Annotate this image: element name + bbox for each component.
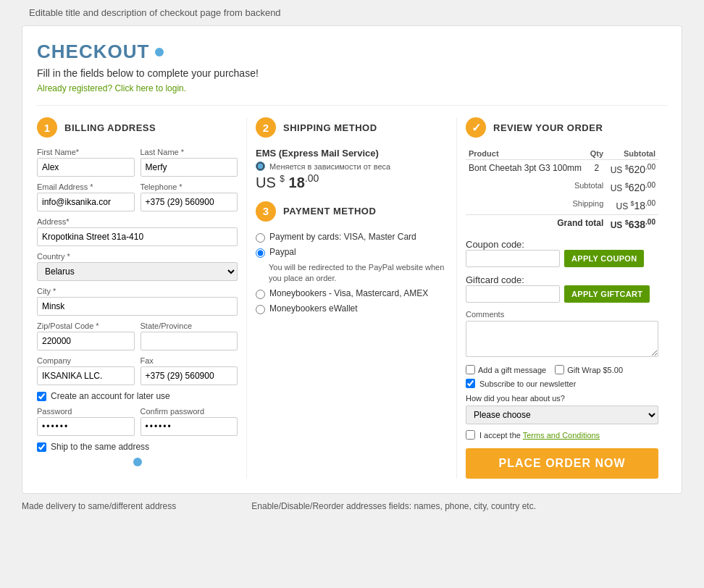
giftcard-label: Giftcard code:	[466, 274, 524, 285]
city-label: City *	[37, 287, 238, 295]
checkout-subtitle: Fill in the fields below to complete you…	[37, 67, 667, 79]
gift-wrap-label: Gift Wrap $5.00	[567, 366, 623, 374]
shipping-label: Shipping	[466, 196, 606, 215]
password-input[interactable]	[37, 417, 135, 436]
subscribe-row: Subscribe to our newsletter	[466, 379, 658, 388]
coupon-input[interactable]	[466, 250, 560, 267]
address-group: Address*	[37, 217, 238, 246]
bottom-annotation-right: Enable/Disable/Reorder addresses fields:…	[251, 501, 682, 511]
terms-row: I accept the Terms and Conditions	[466, 430, 658, 440]
terms-checkbox[interactable]	[466, 430, 475, 440]
review-header: ✓ REVIEW YOUR ORDER	[466, 117, 658, 138]
first-name-input[interactable]	[37, 158, 135, 177]
address-label: Address*	[37, 217, 238, 226]
last-name-group: Last Name *	[141, 148, 238, 177]
last-name-input[interactable]	[141, 158, 238, 177]
country-select[interactable]: Belarus	[37, 262, 238, 281]
shipping-column: 2 SHIPPING METHOD EMS (Express Mail Serv…	[247, 117, 457, 479]
comments-label: Comments	[466, 310, 658, 319]
zip-state-row: Zip/Postal Code * State/Province	[37, 322, 238, 350]
giftcard-input[interactable]	[466, 285, 560, 303]
payment-option-mb-visa: Moneybookers - Visa, Mastercard, AMEX	[256, 288, 448, 299]
shipping-note: Меняется в зависимости от веса	[269, 162, 390, 171]
confirm-password-input[interactable]	[141, 417, 238, 436]
item-price: US $620.00	[606, 160, 658, 179]
fax-input[interactable]	[141, 366, 238, 385]
gift-wrap-checkbox[interactable]	[555, 365, 564, 374]
payment-option-visa: Payment by cards: VISA, Master Card	[256, 232, 448, 243]
shipping-currency: US $	[256, 175, 285, 190]
col-subtotal: Subtotal	[606, 148, 658, 160]
payment-radio-visa[interactable]	[256, 233, 265, 243]
payment-label-mb-visa: Moneybookers - Visa, Mastercard, AMEX	[269, 288, 428, 298]
billing-column: 1 BILLING ADDRESS First Name* Last Name …	[37, 117, 247, 479]
payment-option-paypal: Paypal	[256, 247, 448, 258]
col-qty: Qty	[587, 148, 606, 160]
gift-wrap-item: Gift Wrap $5.00	[555, 365, 623, 374]
terms-text: I accept the Terms and Conditions	[479, 431, 600, 440]
shipping-header: 2 SHIPPING METHOD	[256, 117, 448, 138]
ship-same-row: Ship to the same address	[37, 442, 238, 452]
zip-label: Zip/Postal Code *	[37, 322, 135, 330]
payment-title: PAYMENT METHOD	[283, 206, 376, 217]
phone-label: Telephone *	[141, 182, 238, 191]
ship-same-checkbox[interactable]	[37, 442, 46, 452]
login-text: Already registered? Click here to login.	[37, 83, 186, 93]
subtotal-value: US $620.00	[606, 178, 658, 196]
state-input[interactable]	[141, 332, 238, 350]
shipping-title: SHIPPING METHOD	[283, 122, 377, 133]
payment-radio-paypal[interactable]	[256, 248, 265, 258]
email-label: Email Address *	[37, 182, 135, 191]
payment-step-number: 3	[256, 201, 276, 222]
phone-input[interactable]	[141, 193, 238, 211]
apply-coupon-button[interactable]: APPLY COUPON	[564, 250, 644, 267]
payment-radio-mb-visa[interactable]	[256, 290, 265, 299]
gift-message-item: Add a gift message	[466, 365, 546, 374]
billing-step-number: 1	[37, 117, 57, 138]
top-annotation: Editable title and description of checko…	[14, 7, 690, 18]
payment-option-mb-ewallet: Moneybookers eWallet	[256, 303, 448, 314]
shipping-radio[interactable]	[256, 161, 265, 171]
gift-message-checkbox[interactable]	[466, 365, 475, 374]
hear-about-select[interactable]: Please choose Google Facebook Friend	[466, 406, 658, 424]
name-row: First Name* Last Name *	[37, 148, 238, 177]
company-label: Company	[37, 356, 135, 365]
subtotal-label: Subtotal	[466, 178, 606, 196]
password-group: Password	[37, 407, 135, 436]
company-fax-row: Company Fax	[37, 356, 238, 385]
col-product: Product	[466, 148, 587, 160]
shipping-service-name: EMS (Express Mail Service)	[256, 148, 448, 159]
shipping-price: US $ 18.00	[256, 172, 448, 191]
login-link[interactable]: Already registered? Click here to login.	[37, 83, 667, 93]
giftcard-group: Giftcard code: APPLY GIFTCART	[466, 274, 658, 303]
review-title: REVIEW YOUR ORDER	[493, 122, 603, 133]
ship-same-label: Ship to the same address	[51, 442, 149, 452]
shipping-price-whole: 18	[289, 175, 305, 190]
paypal-note: You will be redirected to the PayPal web…	[269, 262, 448, 285]
city-group: City *	[37, 287, 238, 316]
address-input[interactable]	[37, 227, 238, 246]
create-account-row: Create an account for later use	[37, 391, 238, 401]
comments-textarea[interactable]	[466, 321, 658, 357]
city-input[interactable]	[37, 297, 238, 316]
terms-link[interactable]: Terms and Conditions	[523, 431, 600, 440]
place-order-button[interactable]: PLACE ORDER NOW	[466, 448, 658, 479]
grand-total-label: Grand total	[466, 215, 606, 234]
subscribe-checkbox[interactable]	[466, 379, 475, 388]
annotation-text: Editable title and description of checko…	[29, 7, 281, 18]
review-column: ✓ REVIEW YOUR ORDER Product Qty Subtotal	[457, 117, 667, 479]
title-row: CHECKOUT	[37, 41, 667, 63]
payment-radio-mb-ewallet[interactable]	[256, 305, 265, 314]
create-account-checkbox[interactable]	[37, 392, 46, 401]
apply-giftcard-button[interactable]: APPLY GIFTCART	[564, 285, 650, 303]
payment-label-mb-ewallet: Moneybookers eWallet	[269, 303, 358, 314]
company-input[interactable]	[37, 366, 135, 385]
hear-about-group: How did you hear about us? Please choose…	[466, 394, 658, 430]
email-input[interactable]	[37, 193, 135, 211]
grand-total-row: Grand total US $638.00	[466, 215, 658, 234]
gift-message-label: Add a gift message	[478, 366, 546, 374]
phone-group: Telephone *	[141, 182, 238, 211]
zip-group: Zip/Postal Code *	[37, 322, 135, 350]
zip-input[interactable]	[37, 332, 135, 350]
fax-group: Fax	[141, 356, 238, 385]
